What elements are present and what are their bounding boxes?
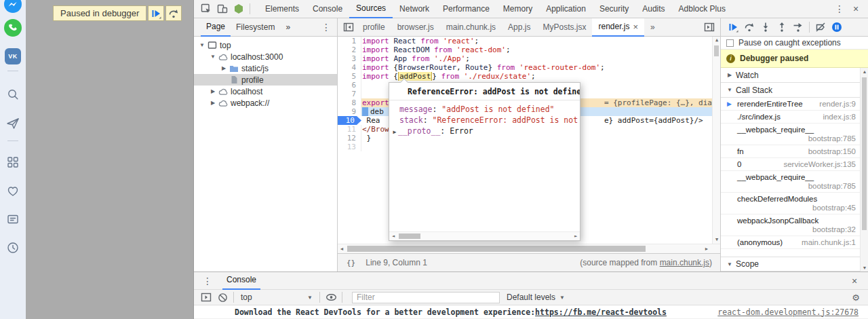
navigator-menu-icon[interactable]: ⋮ xyxy=(318,19,334,35)
line-number[interactable]: 6 xyxy=(338,81,361,90)
line-number[interactable]: 11 xyxy=(338,125,361,134)
tab-application[interactable]: Application xyxy=(539,0,593,18)
whatsapp-icon[interactable] xyxy=(4,19,22,37)
search-icon[interactable] xyxy=(4,86,22,104)
vk-icon[interactable]: VK xyxy=(4,48,22,65)
tab-console[interactable]: Console xyxy=(222,271,260,290)
call-stack-frame[interactable]: __webpack_require__bootstrap:785 xyxy=(721,124,868,145)
inspect-element-icon[interactable] xyxy=(198,1,214,17)
tree-item-static-js[interactable]: ▶static/js xyxy=(194,62,337,74)
line-number[interactable]: 4 xyxy=(338,63,361,72)
call-stack-frame[interactable]: checkDeferredModulesbootstrap:45 xyxy=(721,193,868,214)
code-line-text: import {addPost} from './redux/state'; xyxy=(361,72,720,81)
call-stack-frame[interactable]: (anonymous)main.chunk.js:1 xyxy=(721,236,868,249)
drawer-close-icon[interactable]: × xyxy=(846,273,863,289)
call-stack-frame[interactable]: ./src/index.jsindex.js:8 xyxy=(721,111,868,124)
tab-audits[interactable]: Audits xyxy=(635,0,671,18)
scope-section-header[interactable]: ▼ Scope xyxy=(721,257,868,271)
messenger-icon[interactable] xyxy=(4,0,22,13)
pause-on-caught-checkbox[interactable] xyxy=(726,39,734,47)
line-number[interactable]: 5 xyxy=(338,72,361,81)
execution-context-selector[interactable]: top ▼ xyxy=(237,293,317,302)
react-devtools-link[interactable]: https://fb.me/react-devtools xyxy=(535,307,667,317)
step-icon[interactable] xyxy=(790,19,806,35)
call-stack-frame[interactable]: ▶rerenderEntireTreerender.js:9 xyxy=(721,98,868,111)
line-number[interactable]: 2 xyxy=(338,45,361,54)
deactivate-breakpoints-icon[interactable] xyxy=(812,19,829,35)
resume-script-button[interactable] xyxy=(148,5,164,21)
tab-network[interactable]: Network xyxy=(393,0,436,18)
navigator-tab-filesystem[interactable]: Filesystem xyxy=(231,18,280,37)
line-number[interactable]: 8 xyxy=(338,98,361,107)
breakpoint-line-number[interactable]: 10 xyxy=(338,116,361,125)
device-toolbar-icon[interactable] xyxy=(214,1,231,17)
tree-item-localhost-3000[interactable]: ▼localhost:3000 xyxy=(194,51,337,62)
devtools-close-icon[interactable]: × xyxy=(848,1,864,17)
editor-tab-myposts-jsx[interactable]: MyPosts.jsx xyxy=(536,18,592,37)
clear-console-icon[interactable] xyxy=(214,289,231,305)
tree-item-profile[interactable]: profile xyxy=(194,74,337,86)
source-map-link[interactable]: main.chunk.js xyxy=(660,258,709,267)
line-number[interactable]: 1 xyxy=(338,37,361,45)
devtools-menu-icon[interactable]: ⋮ xyxy=(831,1,848,17)
editor-tabs-overflow[interactable]: » xyxy=(644,18,661,36)
apps-grid-icon[interactable] xyxy=(4,153,22,171)
drawer-menu-icon[interactable]: ⋮ xyxy=(199,273,216,289)
navigator-tab-page[interactable]: Page xyxy=(201,18,231,37)
tab-security[interactable]: Security xyxy=(593,0,635,18)
heart-icon[interactable] xyxy=(4,182,22,200)
feed-icon[interactable] xyxy=(4,210,22,228)
message-source-link[interactable]: react-dom.development.js:27678 xyxy=(717,307,859,317)
line-number[interactable]: 7 xyxy=(338,90,361,98)
console-sidebar-toggle-icon[interactable] xyxy=(198,289,214,305)
tab-console[interactable]: Console xyxy=(306,0,349,18)
resume-icon[interactable] xyxy=(725,19,741,35)
tree-item-localhost[interactable]: ▶localhost xyxy=(194,86,337,97)
clock-icon[interactable] xyxy=(4,239,22,257)
editor-tab-profile[interactable]: profile xyxy=(357,18,391,37)
editor-tab-browser-js[interactable]: browser.js xyxy=(391,18,440,37)
tab-close-icon[interactable]: × xyxy=(633,18,639,35)
pause-on-exceptions-icon[interactable] xyxy=(829,19,845,35)
hide-navigator-icon[interactable] xyxy=(340,19,357,35)
editor-vertical-scrollbar[interactable]: ▲ ▼ xyxy=(712,37,720,244)
tab-elements[interactable]: Elements xyxy=(258,0,306,18)
step-out-icon[interactable] xyxy=(774,19,790,35)
tab-performance[interactable]: Performance xyxy=(436,0,496,18)
line-number[interactable]: 3 xyxy=(338,54,361,63)
line-number[interactable]: 13 xyxy=(338,143,361,151)
call-stack-section-header[interactable]: ▼ Call Stack xyxy=(721,83,868,98)
editor-tab-app-js[interactable]: App.js xyxy=(502,18,536,37)
log-levels-selector[interactable]: Default levels ▼ xyxy=(507,293,565,302)
step-over-button[interactable] xyxy=(165,5,182,21)
tab-memory[interactable]: Memory xyxy=(496,0,539,18)
live-expression-eye-icon[interactable] xyxy=(323,289,339,305)
tree-item-top[interactable]: ▼top xyxy=(194,39,337,51)
error-property-row[interactable]: ▶__proto__: Error xyxy=(389,126,580,136)
node-devtools-icon[interactable] xyxy=(231,1,247,17)
editor-horizontal-scrollbar[interactable]: ◄ ► xyxy=(338,244,720,253)
navigator-tabs-overflow[interactable]: » xyxy=(280,18,296,36)
step-into-icon[interactable] xyxy=(757,19,774,35)
send-icon[interactable] xyxy=(4,115,22,132)
sidebar-scrollbar[interactable]: ▲ ▼ xyxy=(860,68,868,271)
console-settings-gear-icon[interactable]: ⚙ xyxy=(848,289,864,305)
call-stack-frame[interactable]: fnbootstrap:150 xyxy=(721,145,868,158)
pretty-print-icon[interactable]: {} xyxy=(346,258,356,268)
tab-adblock-plus[interactable]: Adblock Plus xyxy=(672,0,732,18)
call-stack-frame[interactable]: webpackJsonpCallbackbootstrap:32 xyxy=(721,214,868,236)
expand-triangle-icon[interactable]: ▶ xyxy=(391,129,398,135)
call-stack-frame[interactable]: __webpack_require__bootstrap:785 xyxy=(721,171,868,193)
step-over-icon[interactable] xyxy=(741,19,757,35)
line-number[interactable]: 9 xyxy=(338,107,361,116)
watch-section-header[interactable]: ▶ Watch xyxy=(721,68,868,83)
tree-item-webpack-[interactable]: ▶webpack:// xyxy=(194,97,337,109)
call-stack-frame[interactable]: 0serviceWorker.js:135 xyxy=(721,158,868,171)
line-number[interactable]: 12 xyxy=(338,134,361,143)
panel-toggle-icon[interactable] xyxy=(701,19,717,35)
tab-sources[interactable]: Sources xyxy=(349,0,393,18)
editor-tab-render-js[interactable]: render.js× xyxy=(592,18,644,37)
console-filter-input[interactable] xyxy=(352,292,500,303)
editor-tab-main-chunk-js[interactable]: main.chunk.js xyxy=(440,18,502,37)
popover-horizontal-scrollbar[interactable]: ◄ ► xyxy=(389,231,580,240)
